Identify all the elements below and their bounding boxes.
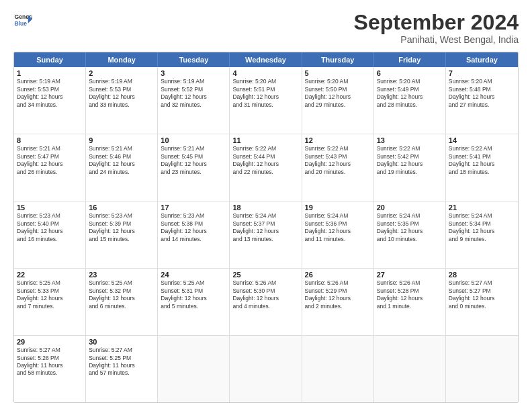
cell-line: Sunset: 5:51 PM xyxy=(232,86,298,93)
cell-line: Sunset: 5:35 PM xyxy=(377,220,443,228)
calendar-row: 1Sunrise: 5:19 AMSunset: 5:53 PMDaylight… xyxy=(14,67,518,134)
day-number: 2 xyxy=(89,69,154,77)
cell-line: Sunset: 5:39 PM xyxy=(89,220,154,228)
calendar-cell: 23Sunrise: 5:25 AMSunset: 5:32 PMDayligh… xyxy=(86,269,158,335)
cell-line: Sunset: 5:53 PM xyxy=(89,86,154,93)
cell-line: Sunrise: 5:21 AM xyxy=(17,145,83,152)
calendar-cell xyxy=(158,336,230,402)
cell-line: Sunrise: 5:27 AM xyxy=(449,279,515,287)
calendar-cell: 18Sunrise: 5:24 AMSunset: 5:37 PMDayligh… xyxy=(230,201,302,268)
day-number: 13 xyxy=(377,136,443,144)
header: General Blue September 2024 Panihati, We… xyxy=(13,11,519,45)
cell-line: and 6 minutes. xyxy=(89,303,154,310)
cell-line: and 27 minutes. xyxy=(449,101,515,109)
day-number: 11 xyxy=(232,136,298,144)
cell-line: and 58 minutes. xyxy=(17,369,83,377)
cell-line: Sunrise: 5:27 AM xyxy=(17,347,83,354)
day-number: 19 xyxy=(305,203,371,212)
cell-line: Daylight: 12 hours xyxy=(377,161,443,168)
calendar-cell: 11Sunrise: 5:22 AMSunset: 5:44 PMDayligh… xyxy=(230,134,302,201)
cell-line: Sunrise: 5:27 AM xyxy=(89,347,154,354)
page: General Blue September 2024 Panihati, We… xyxy=(0,0,532,411)
calendar-cell: 29Sunrise: 5:27 AMSunset: 5:26 PMDayligh… xyxy=(14,336,86,402)
calendar-cell: 30Sunrise: 5:27 AMSunset: 5:25 PMDayligh… xyxy=(86,336,158,402)
cell-line: Sunrise: 5:22 AM xyxy=(305,145,371,152)
cell-line: and 10 minutes. xyxy=(377,236,443,243)
calendar-header: SundayMondayTuesdayWednesdayThursdayFrid… xyxy=(14,52,518,67)
cell-line: Sunrise: 5:24 AM xyxy=(377,212,443,220)
cell-line: and 19 minutes. xyxy=(377,169,443,176)
calendar-row: 15Sunrise: 5:23 AMSunset: 5:40 PMDayligh… xyxy=(14,201,518,269)
cell-line: and 2 minutes. xyxy=(305,303,371,310)
cell-line: Daylight: 12 hours xyxy=(232,161,298,168)
cell-line: Sunrise: 5:24 AM xyxy=(449,212,515,220)
day-number: 29 xyxy=(17,338,83,346)
calendar-cell: 16Sunrise: 5:23 AMSunset: 5:39 PMDayligh… xyxy=(86,201,158,268)
cell-line: Daylight: 12 hours xyxy=(232,295,298,302)
calendar-row: 8Sunrise: 5:21 AMSunset: 5:47 PMDaylight… xyxy=(14,134,518,201)
cell-line: Sunset: 5:32 PM xyxy=(89,287,154,295)
cell-line: and 11 minutes. xyxy=(305,236,371,243)
cell-line: and 7 minutes. xyxy=(17,303,83,310)
calendar-cell: 19Sunrise: 5:24 AMSunset: 5:36 PMDayligh… xyxy=(302,201,374,268)
cell-line: Daylight: 12 hours xyxy=(161,161,226,168)
cell-line: Sunset: 5:42 PM xyxy=(377,153,443,161)
calendar-cell xyxy=(446,336,518,402)
cell-line: and 1 minute. xyxy=(377,303,443,310)
day-number: 17 xyxy=(161,203,226,212)
cell-line: Sunrise: 5:22 AM xyxy=(449,145,515,152)
cell-line: Sunrise: 5:23 AM xyxy=(161,212,226,220)
calendar-cell: 12Sunrise: 5:22 AMSunset: 5:43 PMDayligh… xyxy=(302,134,374,201)
day-number: 20 xyxy=(377,203,443,212)
cell-line: Sunrise: 5:23 AM xyxy=(17,212,83,220)
calendar-cell: 14Sunrise: 5:22 AMSunset: 5:41 PMDayligh… xyxy=(446,134,518,201)
day-number: 4 xyxy=(232,69,298,77)
cell-line: Daylight: 12 hours xyxy=(305,93,371,101)
cell-line: Sunset: 5:44 PM xyxy=(232,153,298,161)
cell-line: Sunrise: 5:22 AM xyxy=(377,145,443,152)
cell-line: Sunset: 5:33 PM xyxy=(17,287,83,295)
title-block: September 2024 Panihati, West Bengal, In… xyxy=(354,11,519,45)
day-number: 6 xyxy=(377,69,443,77)
calendar-cell: 27Sunrise: 5:26 AMSunset: 5:28 PMDayligh… xyxy=(374,269,446,335)
weekday-header: Monday xyxy=(86,52,158,67)
weekday-header: Friday xyxy=(374,52,446,67)
cell-line: Sunrise: 5:20 AM xyxy=(449,78,515,85)
cell-line: and 34 minutes. xyxy=(17,101,83,109)
cell-line: and 24 minutes. xyxy=(89,169,154,176)
day-number: 22 xyxy=(17,271,83,279)
cell-line: Sunset: 5:29 PM xyxy=(305,287,371,295)
cell-line: and 18 minutes. xyxy=(449,169,515,176)
cell-line: and 0 minutes. xyxy=(449,303,515,310)
day-number: 14 xyxy=(449,136,515,144)
logo-icon: General Blue xyxy=(13,11,32,30)
calendar-cell: 6Sunrise: 5:20 AMSunset: 5:49 PMDaylight… xyxy=(374,67,446,134)
day-number: 30 xyxy=(89,338,154,346)
cell-line: and 14 minutes. xyxy=(161,236,226,243)
cell-line: Sunset: 5:53 PM xyxy=(17,86,83,93)
cell-line: and 15 minutes. xyxy=(89,236,154,243)
calendar-cell: 24Sunrise: 5:25 AMSunset: 5:31 PMDayligh… xyxy=(158,269,230,335)
cell-line: Daylight: 12 hours xyxy=(161,93,226,101)
cell-line: Sunset: 5:41 PM xyxy=(449,153,515,161)
cell-line: Daylight: 12 hours xyxy=(17,295,83,302)
cell-line: and 57 minutes. xyxy=(89,369,154,377)
calendar-body: 1Sunrise: 5:19 AMSunset: 5:53 PMDaylight… xyxy=(14,67,518,402)
cell-line: and 16 minutes. xyxy=(17,236,83,243)
calendar-cell xyxy=(302,336,374,402)
cell-line: Sunrise: 5:23 AM xyxy=(89,212,154,220)
calendar-cell: 4Sunrise: 5:20 AMSunset: 5:51 PMDaylight… xyxy=(230,67,302,134)
calendar-cell: 17Sunrise: 5:23 AMSunset: 5:38 PMDayligh… xyxy=(158,201,230,268)
cell-line: Daylight: 12 hours xyxy=(449,161,515,168)
cell-line: and 22 minutes. xyxy=(232,169,298,176)
day-number: 10 xyxy=(161,136,226,144)
calendar-cell: 25Sunrise: 5:26 AMSunset: 5:30 PMDayligh… xyxy=(230,269,302,335)
weekday-header: Tuesday xyxy=(158,52,230,67)
cell-line: Sunset: 5:46 PM xyxy=(89,153,154,161)
cell-line: Sunset: 5:26 PM xyxy=(17,355,83,362)
cell-line: Daylight: 12 hours xyxy=(377,228,443,235)
cell-line: Sunset: 5:37 PM xyxy=(232,220,298,228)
calendar-cell: 28Sunrise: 5:27 AMSunset: 5:27 PMDayligh… xyxy=(446,269,518,335)
cell-line: and 29 minutes. xyxy=(305,101,371,109)
cell-line: Sunset: 5:38 PM xyxy=(161,220,226,228)
